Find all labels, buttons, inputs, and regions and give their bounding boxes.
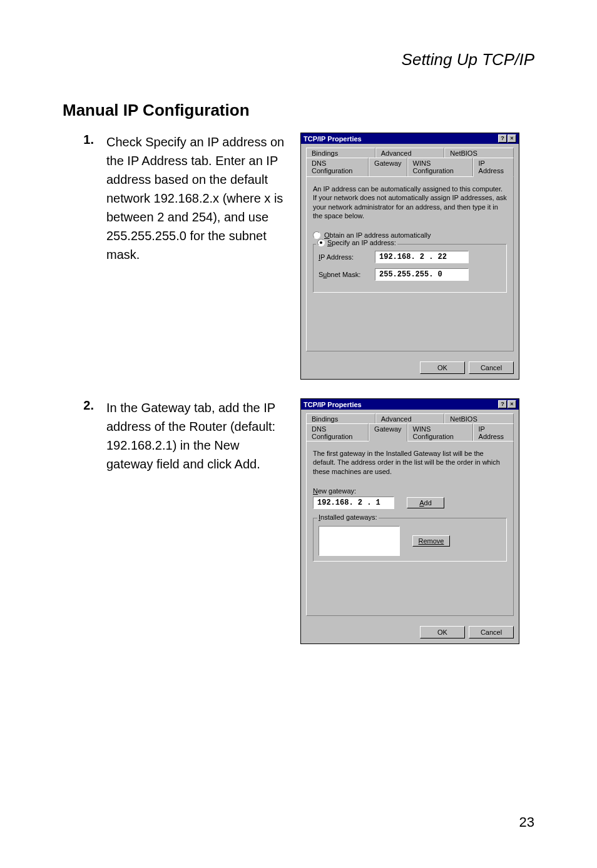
help-icon[interactable]: ? (498, 134, 507, 143)
tab-ipaddress[interactable]: IP Address (473, 158, 514, 177)
tabs-row-front: DNS Configuration Gateway WINS Configura… (306, 158, 514, 177)
new-gateway-input[interactable]: 192.168. 2 . 1 (313, 497, 394, 509)
dialog-title: TCP/IP Properties (304, 135, 362, 143)
radio-auto-label: btain an IP address automatically (330, 231, 431, 239)
radio-icon-checked[interactable] (317, 239, 325, 246)
radio-obtain-auto[interactable]: Obtain an IP address automatically (313, 231, 507, 239)
step-2-number: 2. (63, 398, 94, 413)
subnet-mask-label: Subnet Mask: (319, 271, 369, 278)
breadcrumb: Setting Up TCP/IP (63, 50, 534, 69)
tab-ipaddress-2[interactable]: IP Address (473, 423, 514, 442)
tab-bindings-2[interactable]: Bindings (306, 413, 375, 424)
tab-bindings[interactable]: Bindings (306, 148, 375, 158)
section-heading: Manual IP Configuration (63, 101, 534, 120)
tab-gateway[interactable]: Gateway (369, 158, 407, 177)
radio-specify-label: pecify an IP address: (332, 239, 396, 246)
installed-gateways-fieldset: Installed gateways: Remove (313, 518, 507, 562)
cancel-button[interactable]: Cancel (469, 361, 514, 374)
tab-gateway-2[interactable]: Gateway (369, 423, 407, 442)
tabs-row-back: Bindings Advanced NetBIOS (306, 148, 514, 158)
ip-address-label: IP Address: (319, 253, 369, 261)
specify-ip-fieldset: Specify an IP address: IP Address: 192.1… (313, 244, 507, 293)
close-icon[interactable]: × (508, 400, 516, 408)
step-2: 2. In the Gateway tab, add the IP addres… (63, 398, 534, 644)
installed-gateways-list[interactable] (319, 526, 400, 556)
radio-icon (313, 231, 320, 239)
installed-gateways-label: Installed gateways: (317, 513, 379, 521)
tcpip-dialog-gateway: TCP/IP Properties ? × Bindings Advanced … (300, 398, 519, 644)
ok-button[interactable]: OK (420, 361, 465, 374)
tab-netbios-2[interactable]: NetBIOS (444, 413, 514, 424)
help-icon[interactable]: ? (498, 400, 507, 408)
tab-panel-ipaddress: An IP address can be automatically assig… (306, 176, 514, 351)
ip-address-input[interactable]: 192.168. 2 . 22 (375, 251, 469, 263)
dialog-titlebar-2: TCP/IP Properties ? × (301, 399, 519, 410)
step-1: 1. Check Specify an IP address on the IP… (63, 133, 534, 380)
step-1-text: Check Specify an IP address on the IP Ad… (106, 133, 288, 264)
add-button[interactable]: Add (407, 497, 444, 508)
tab-wins[interactable]: WINS Configuration (407, 158, 473, 177)
tab-netbios[interactable]: NetBIOS (444, 148, 514, 158)
gateway-description: The first gateway in the Installed Gatew… (313, 449, 507, 476)
tab-advanced-2[interactable]: Advanced (375, 413, 445, 424)
step-2-text: In the Gateway tab, add the IP address o… (106, 398, 288, 473)
cancel-button-2[interactable]: Cancel (469, 626, 514, 638)
tab-panel-gateway: The first gateway in the Installed Gatew… (306, 441, 514, 616)
close-icon[interactable]: × (508, 134, 516, 143)
tcpip-dialog-ipaddress: TCP/IP Properties ? × Bindings Advanced … (300, 133, 519, 380)
new-gateway-label: New gateway: (313, 487, 507, 495)
ip-description: An IP address can be automatically assig… (313, 184, 507, 220)
tab-advanced[interactable]: Advanced (375, 148, 445, 158)
subnet-mask-input[interactable]: 255.255.255. 0 (375, 268, 469, 281)
remove-button[interactable]: Remove (412, 535, 450, 547)
tabs-row-front-2: DNS Configuration Gateway WINS Configura… (306, 423, 514, 442)
page-number: 23 (519, 814, 534, 830)
tab-wins-2[interactable]: WINS Configuration (407, 423, 473, 442)
tab-dns[interactable]: DNS Configuration (306, 158, 369, 177)
tabs-row-back-2: Bindings Advanced NetBIOS (306, 413, 514, 424)
step-1-number: 1. (63, 133, 94, 147)
dialog-titlebar: TCP/IP Properties ? × (301, 133, 519, 144)
tab-dns-2[interactable]: DNS Configuration (306, 423, 369, 442)
ok-button-2[interactable]: OK (420, 626, 465, 638)
dialog-title-2: TCP/IP Properties (304, 401, 362, 408)
